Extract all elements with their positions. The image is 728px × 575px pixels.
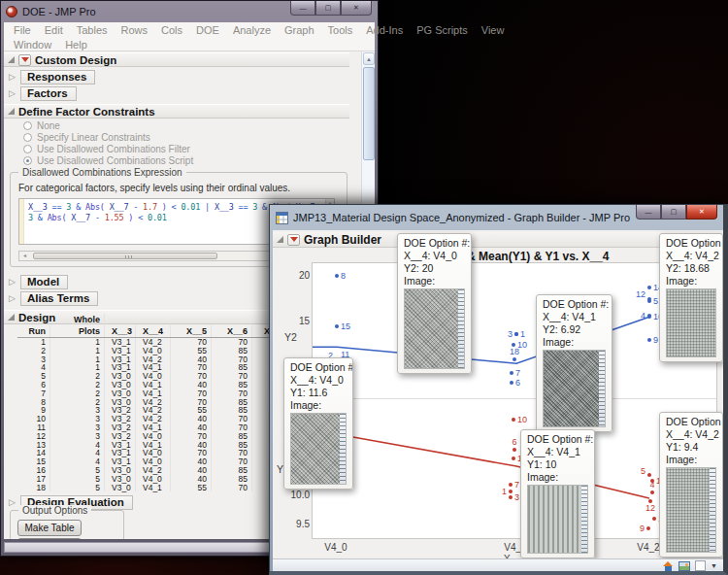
data-point[interactable] (650, 490, 654, 494)
menu-item-analyze[interactable]: Analyze (226, 24, 278, 36)
data-point[interactable] (513, 448, 516, 452)
code-token: & (76, 202, 81, 212)
menu-item-rows[interactable]: Rows (115, 24, 155, 36)
outline-factors[interactable]: ▷ Factors (9, 86, 77, 101)
code-token: ) (128, 213, 133, 222)
y-axis-tick-label: 9.5 (284, 519, 310, 529)
menu-item-edit[interactable]: Edit (38, 24, 70, 36)
column-header: Whole Plots (50, 314, 105, 337)
data-point[interactable] (510, 381, 513, 385)
home-window-icon[interactable] (663, 561, 674, 571)
column-header: Run (17, 325, 50, 337)
expanded-disclosure-icon[interactable] (277, 236, 283, 243)
data-point[interactable] (512, 457, 515, 460)
data-point[interactable] (509, 495, 513, 499)
point-label: 5 (641, 467, 645, 476)
data-point[interactable] (647, 338, 651, 342)
expanded-disclosure-icon[interactable] (8, 56, 15, 63)
code-token: Abs( (85, 202, 105, 212)
outline-custom-design[interactable]: Custom Design (4, 52, 349, 67)
menu-item-file[interactable]: File (7, 24, 38, 36)
outline-graph-builder[interactable]: Graph Builder (273, 232, 723, 248)
maximize-button[interactable]: ▢ (661, 205, 686, 220)
radio-label: None (37, 120, 60, 131)
outline-responses[interactable]: ▷ Responses (9, 70, 95, 85)
image-icon[interactable] (678, 561, 690, 571)
table-cell: 5 (50, 484, 105, 492)
collapsed-disclosure-icon[interactable]: ▷ (9, 498, 17, 507)
tooltip-title: DOE Option #: 3 (527, 433, 588, 446)
radio-button-icon[interactable] (23, 133, 32, 142)
red-triangle-menu-button[interactable] (18, 54, 31, 66)
data-point[interactable] (647, 286, 651, 289)
make-table-button[interactable]: Make Table (17, 520, 82, 536)
data-point[interactable] (647, 315, 651, 319)
collapsed-disclosure-icon[interactable]: ▷ (9, 278, 17, 287)
data-point[interactable] (509, 490, 513, 493)
data-point[interactable] (335, 324, 339, 328)
menu-item-addins[interactable]: Add-Ins (359, 24, 410, 36)
data-point[interactable] (647, 299, 651, 303)
partial-button[interactable] (17, 538, 82, 539)
point-label: 6 (515, 378, 520, 387)
dropdown-icon[interactable]: ▼ (711, 562, 717, 569)
radio-option[interactable]: Use Disallowed Combinations Script (23, 155, 193, 166)
minimize-button[interactable]: — (636, 205, 661, 220)
scroll-left-icon[interactable]: ◂ (19, 252, 30, 260)
menu-item-view[interactable]: View (475, 24, 512, 36)
collapsed-disclosure-icon[interactable]: ▷ (9, 294, 17, 303)
collapsed-disclosure-icon[interactable]: ▷ (9, 89, 17, 98)
point-label: 12 (636, 289, 645, 298)
scrollbar-thumb[interactable] (33, 253, 217, 259)
menu-item-doe[interactable]: DOE (189, 24, 226, 36)
code-token: & (38, 213, 43, 222)
maximize-button[interactable]: ▢ (315, 1, 341, 16)
radio-option[interactable]: None (23, 120, 60, 131)
scatter-plot[interactable]: 8152111317311018761412541691182131517106… (312, 262, 717, 539)
radio-option[interactable]: Use Disallowed Combinations Filter (23, 144, 190, 154)
data-point[interactable] (510, 371, 513, 375)
data-point[interactable] (512, 418, 515, 422)
radio-button-icon[interactable] (23, 145, 32, 153)
menu-item-cols[interactable]: Cols (154, 24, 189, 36)
point-label: 8 (341, 272, 346, 281)
menu-item-help[interactable]: Help (58, 39, 94, 51)
code-token: & (262, 202, 267, 212)
radio-option[interactable]: Specify Linear Constraints (23, 132, 150, 143)
menu-item-tools[interactable]: Tools (321, 24, 360, 36)
scroll-up-icon[interactable]: ▲ (363, 52, 375, 65)
data-point[interactable] (646, 526, 650, 530)
close-button[interactable]: ✕ (686, 205, 717, 220)
data-point[interactable] (335, 274, 339, 278)
menu-item-pgscripts[interactable]: PG Scripts (410, 24, 475, 36)
menu-item-graph[interactable]: Graph (278, 24, 321, 36)
red-triangle-menu-button[interactable] (287, 234, 300, 246)
status-checkbox[interactable] (695, 560, 706, 571)
outline-model[interactable]: ▷ Model (9, 275, 68, 289)
menu-item-tables[interactable]: Tables (70, 24, 115, 36)
radio-label: Specify Linear Constraints (37, 132, 150, 143)
data-point[interactable] (652, 517, 656, 521)
menu-item-window[interactable]: Window (7, 39, 58, 51)
data-point[interactable] (514, 332, 518, 336)
data-point[interactable] (509, 483, 513, 487)
scrollbar-thumb[interactable] (363, 67, 375, 160)
data-point[interactable] (513, 357, 516, 361)
expanded-disclosure-icon[interactable] (8, 108, 15, 115)
radio-button-icon[interactable] (23, 121, 32, 130)
close-button[interactable]: ✕ (341, 1, 372, 16)
data-point[interactable] (647, 473, 651, 477)
tooltip-line: X__4: V4_2 (666, 250, 716, 262)
tooltip-line: Y1: 9.4 (666, 441, 716, 454)
outline-define-factor-constraints[interactable]: Define Factor Constraints (4, 104, 349, 118)
minimize-button[interactable]: — (290, 1, 315, 16)
expanded-disclosure-icon[interactable] (8, 314, 15, 321)
outline-alias-terms[interactable]: ▷ Alias Terms (9, 291, 98, 306)
collapsed-disclosure-icon[interactable]: ▷ (9, 73, 17, 82)
graph-title-bar[interactable]: JMP13_Material Design Space_Anonymized -… (270, 205, 723, 230)
code-token: ) (162, 202, 167, 212)
table-row[interactable]: 185V3_0V4_155701.7 (17, 484, 289, 492)
doe-title-bar[interactable]: DOE - JMP Pro — ▢ ✕ (1, 1, 378, 22)
radio-button-icon[interactable] (23, 156, 32, 165)
tooltip-line: Image: (404, 275, 465, 288)
